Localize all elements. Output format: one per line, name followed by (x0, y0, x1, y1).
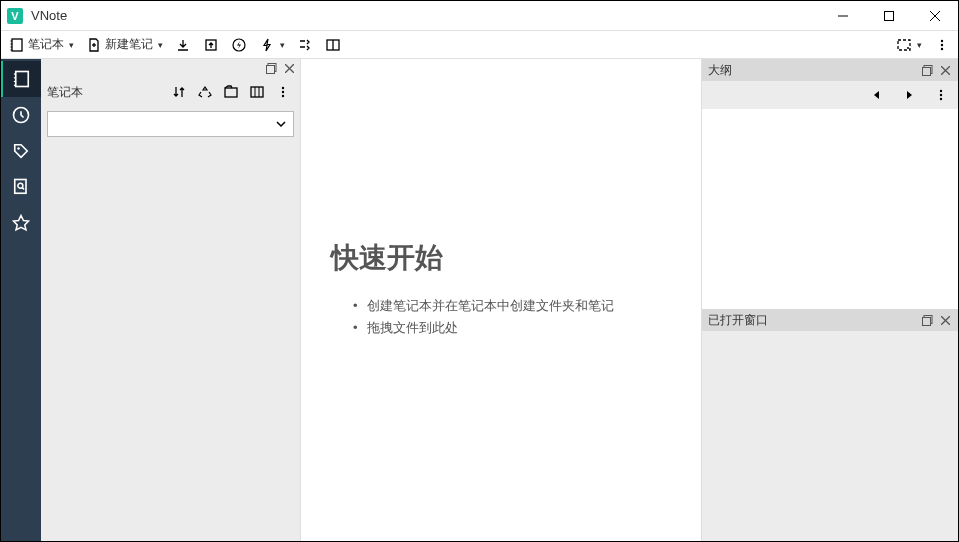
activity-notebook-button[interactable] (1, 61, 41, 97)
notebook-panel-header: 笔记本 (41, 77, 300, 107)
import-button[interactable] (171, 33, 195, 57)
open-windows-restore-icon[interactable] (920, 313, 934, 327)
svg-point-18 (941, 43, 943, 45)
svg-line-29 (22, 188, 24, 190)
quickstart-item: 创建笔记本并在笔记本中创建文件夹和笔记 (367, 295, 681, 317)
open-windows-body (702, 331, 958, 541)
svg-point-45 (940, 90, 942, 92)
main-toolbar: 笔记本 ▾ 新建笔记 ▾ ▾ (1, 31, 958, 59)
svg-point-40 (282, 95, 284, 97)
expand-icon (325, 37, 341, 53)
task-icon (297, 37, 313, 53)
svg-point-17 (941, 39, 943, 41)
titlebar: V VNote (1, 1, 958, 31)
notebook-icon (9, 37, 25, 53)
panel-restore-icon[interactable] (264, 61, 278, 75)
menu-overflow-button[interactable] (930, 33, 954, 57)
open-windows-section-header: 已打开窗口 (702, 309, 958, 331)
window-controls (820, 1, 958, 31)
outline-body (702, 109, 958, 309)
svg-point-19 (941, 47, 943, 49)
export-icon (203, 37, 219, 53)
sort-button[interactable] (168, 81, 190, 103)
outline-menu-button[interactable] (930, 84, 952, 106)
task-button[interactable] (293, 33, 317, 57)
activity-tag-button[interactable] (1, 133, 41, 169)
chevron-down-icon (275, 118, 287, 130)
notebook-selector-dropdown[interactable] (47, 111, 294, 137)
explore-button[interactable] (220, 81, 242, 103)
chevron-down-icon: ▾ (69, 40, 74, 50)
flash-button[interactable] (227, 33, 251, 57)
outline-restore-icon[interactable] (920, 63, 934, 77)
svg-rect-27 (15, 180, 26, 194)
outline-title: 大纲 (708, 62, 732, 79)
close-button[interactable] (912, 1, 958, 31)
svg-rect-35 (251, 87, 263, 97)
svg-rect-20 (16, 72, 29, 87)
outline-close-icon[interactable] (938, 63, 952, 77)
app-title: VNote (31, 8, 820, 23)
new-note-label: 新建笔记 (105, 36, 153, 53)
fullscreen-button[interactable]: ▾ (892, 33, 926, 57)
view-toggle-button[interactable] (246, 81, 268, 103)
right-panel: 大纲 已打开窗口 (701, 59, 958, 541)
lightning-icon (231, 37, 247, 53)
svg-point-46 (940, 94, 942, 96)
panel-close-icon[interactable] (282, 61, 296, 75)
svg-rect-49 (922, 317, 930, 325)
minimize-button[interactable] (820, 1, 866, 31)
notebook-panel: 笔记本 (41, 59, 301, 541)
export-button[interactable] (199, 33, 223, 57)
chevron-down-icon: ▾ (280, 40, 285, 50)
quickstart-item: 拖拽文件到此处 (367, 317, 681, 339)
panel-menu-button[interactable] (272, 81, 294, 103)
content-area: 笔记本 快速开始 创建笔记本并在笔记本中 (1, 59, 958, 541)
recycle-button[interactable] (194, 81, 216, 103)
new-note-button[interactable]: 新建笔记 ▾ (82, 33, 167, 57)
app-icon: V (7, 8, 23, 24)
svg-rect-1 (885, 11, 894, 20)
main-editor-area: 快速开始 创建笔记本并在笔记本中创建文件夹和笔记 拖拽文件到此处 (301, 59, 701, 541)
activity-bar (1, 59, 41, 541)
expand-button[interactable] (321, 33, 345, 57)
quick-action-button[interactable]: ▾ (255, 33, 289, 57)
svg-point-26 (17, 147, 20, 150)
quickstart-title: 快速开始 (331, 239, 681, 277)
svg-point-38 (282, 87, 284, 89)
svg-rect-31 (266, 65, 274, 73)
chevron-down-icon: ▾ (158, 40, 163, 50)
new-file-icon (86, 37, 102, 53)
svg-point-39 (282, 91, 284, 93)
fullscreen-icon (896, 37, 912, 53)
activity-history-button[interactable] (1, 97, 41, 133)
notebook-menu-label: 笔记本 (28, 36, 64, 53)
import-icon (175, 37, 191, 53)
activity-search-button[interactable] (1, 169, 41, 205)
outline-section-header: 大纲 (702, 59, 958, 81)
svg-rect-42 (922, 67, 930, 75)
activity-snippet-button[interactable] (1, 205, 41, 241)
maximize-button[interactable] (866, 1, 912, 31)
notebook-menu-button[interactable]: 笔记本 ▾ (5, 33, 78, 57)
svg-point-47 (940, 98, 942, 100)
svg-point-28 (18, 183, 23, 188)
outline-prev-button[interactable] (866, 84, 888, 106)
open-windows-title: 已打开窗口 (708, 312, 768, 329)
open-windows-close-icon[interactable] (938, 313, 952, 327)
bolt-icon (259, 37, 275, 53)
notebook-panel-title: 笔记本 (47, 84, 164, 101)
kebab-icon (934, 37, 950, 53)
outline-toolbar (702, 81, 958, 109)
quickstart-list: 创建笔记本并在笔记本中创建文件夹和笔记 拖拽文件到此处 (331, 295, 681, 339)
chevron-down-icon: ▾ (917, 40, 922, 50)
svg-rect-34 (225, 88, 237, 97)
panel-top-controls (41, 59, 300, 77)
notebook-selector-row (41, 107, 300, 141)
svg-rect-4 (12, 39, 22, 51)
outline-next-button[interactable] (898, 84, 920, 106)
svg-point-16 (907, 47, 909, 49)
